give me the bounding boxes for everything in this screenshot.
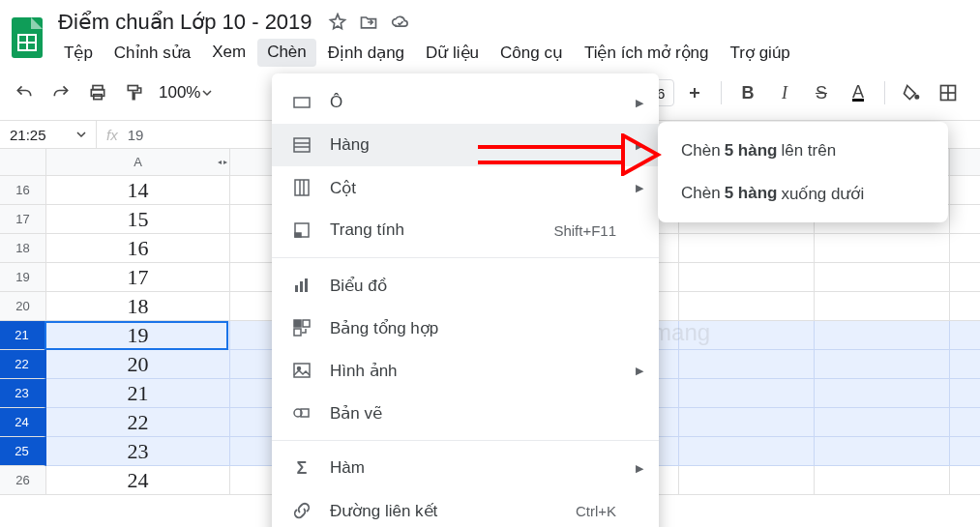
- cell[interactable]: [815, 437, 950, 466]
- menu-item-chart[interactable]: Biểu đồ: [272, 264, 659, 307]
- cell[interactable]: [950, 205, 980, 234]
- menu-item-sheet[interactable]: Trang tính Shift+F11: [272, 209, 659, 251]
- cell[interactable]: [230, 234, 273, 263]
- cell[interactable]: [950, 379, 980, 408]
- cell[interactable]: [950, 408, 980, 437]
- star-icon[interactable]: [328, 13, 347, 32]
- cell[interactable]: [679, 292, 815, 321]
- insert-rows-above[interactable]: Chèn 5 hàng lên trên: [658, 130, 948, 172]
- cell[interactable]: [950, 263, 980, 292]
- menu-item-pivot[interactable]: Bảng tổng hợp: [272, 307, 659, 349]
- cell[interactable]: [230, 176, 273, 205]
- cell[interactable]: [679, 234, 815, 263]
- row-header[interactable]: 19: [0, 263, 46, 292]
- cell[interactable]: [950, 176, 980, 205]
- paint-format-button[interactable]: [118, 76, 151, 109]
- zoom-select[interactable]: 100%: [155, 83, 216, 102]
- cell[interactable]: [950, 437, 980, 466]
- menu-help[interactable]: Trợ giúp: [721, 39, 800, 67]
- move-folder-icon[interactable]: [359, 13, 378, 32]
- cell[interactable]: [679, 263, 815, 292]
- cell[interactable]: [230, 379, 273, 408]
- cell[interactable]: 14: [46, 176, 230, 205]
- cell[interactable]: [230, 321, 273, 350]
- row-header[interactable]: 26: [0, 466, 46, 495]
- cell[interactable]: [815, 408, 950, 437]
- document-title[interactable]: Điểm chuẩn Lớp 10 - 2019: [54, 8, 316, 37]
- cell[interactable]: [950, 466, 980, 495]
- font-size-increase[interactable]: [678, 76, 711, 109]
- text-color-button[interactable]: A: [842, 76, 875, 109]
- strikethrough-button[interactable]: S: [805, 76, 838, 109]
- row-header[interactable]: 18: [0, 234, 46, 263]
- row-header[interactable]: 24: [0, 408, 46, 437]
- column-header[interactable]: [230, 149, 273, 176]
- cell[interactable]: [679, 408, 815, 437]
- redo-button[interactable]: [45, 76, 77, 109]
- row-header[interactable]: 21: [0, 321, 46, 350]
- cell[interactable]: 17: [46, 263, 230, 292]
- menu-item-cells[interactable]: Ô ▶: [272, 81, 659, 124]
- cell[interactable]: [950, 234, 980, 263]
- cell[interactable]: [230, 437, 273, 466]
- cell[interactable]: [950, 292, 980, 321]
- italic-button[interactable]: I: [768, 76, 801, 109]
- cell[interactable]: [679, 466, 815, 495]
- row-header[interactable]: 25: [0, 437, 46, 466]
- fill-color-button[interactable]: [895, 76, 928, 109]
- cell[interactable]: [679, 379, 815, 408]
- cell[interactable]: 19: [46, 321, 230, 350]
- cell[interactable]: 18: [46, 292, 230, 321]
- borders-button[interactable]: [932, 76, 965, 109]
- cell[interactable]: [815, 234, 950, 263]
- row-header[interactable]: 16: [0, 176, 46, 205]
- menu-file[interactable]: Tệp: [54, 39, 103, 67]
- column-header[interactable]: [950, 149, 980, 176]
- cell[interactable]: [230, 350, 273, 379]
- menu-item-rows[interactable]: Hàng ▶: [272, 124, 659, 166]
- cell[interactable]: 21: [46, 379, 230, 408]
- print-button[interactable]: [81, 76, 114, 109]
- menu-item-image[interactable]: Hình ảnh ▶: [272, 349, 659, 392]
- column-resize-handle[interactable]: ◂▸: [216, 161, 229, 164]
- cell[interactable]: [815, 466, 950, 495]
- sheets-logo-icon[interactable]: [8, 18, 46, 57]
- menu-tools[interactable]: Công cụ: [490, 39, 573, 67]
- cell[interactable]: 24: [46, 466, 230, 495]
- row-header[interactable]: 22: [0, 350, 46, 379]
- menu-view[interactable]: Xem: [202, 39, 255, 67]
- column-header-a[interactable]: A ◂▸: [46, 149, 230, 176]
- cell[interactable]: 20: [46, 350, 230, 379]
- cell[interactable]: [230, 292, 273, 321]
- undo-button[interactable]: [8, 76, 41, 109]
- cell[interactable]: 16: [46, 234, 230, 263]
- cell[interactable]: [230, 205, 273, 234]
- cell[interactable]: [815, 292, 950, 321]
- row-header[interactable]: 20: [0, 292, 46, 321]
- cell[interactable]: 22: [46, 408, 230, 437]
- menu-data[interactable]: Dữ liệu: [416, 39, 489, 67]
- cell[interactable]: 23: [46, 437, 230, 466]
- cell[interactable]: [679, 437, 815, 466]
- bold-button[interactable]: B: [731, 76, 764, 109]
- menu-item-link[interactable]: Đường liên kết Ctrl+K: [272, 489, 659, 527]
- cell[interactable]: [950, 350, 980, 379]
- cell[interactable]: [815, 321, 950, 350]
- cloud-status-icon[interactable]: [390, 13, 411, 32]
- menu-edit[interactable]: Chỉnh sửa: [104, 39, 200, 67]
- menu-item-function[interactable]: Σ Hàm ▶: [272, 447, 659, 489]
- formula-input[interactable]: 19: [128, 127, 144, 143]
- cell[interactable]: [679, 321, 815, 350]
- menu-insert[interactable]: Chèn: [257, 39, 316, 67]
- name-box[interactable]: 21:25: [0, 121, 97, 148]
- select-all-corner[interactable]: [0, 149, 46, 176]
- row-header[interactable]: 17: [0, 205, 46, 234]
- cell[interactable]: [230, 466, 273, 495]
- cell[interactable]: [815, 263, 950, 292]
- cell[interactable]: 15: [46, 205, 230, 234]
- menu-format[interactable]: Định dạng: [318, 39, 414, 67]
- cell[interactable]: [815, 350, 950, 379]
- insert-rows-below[interactable]: Chèn 5 hàng xuống dưới: [658, 172, 948, 215]
- cell[interactable]: [679, 350, 815, 379]
- cell[interactable]: [230, 263, 273, 292]
